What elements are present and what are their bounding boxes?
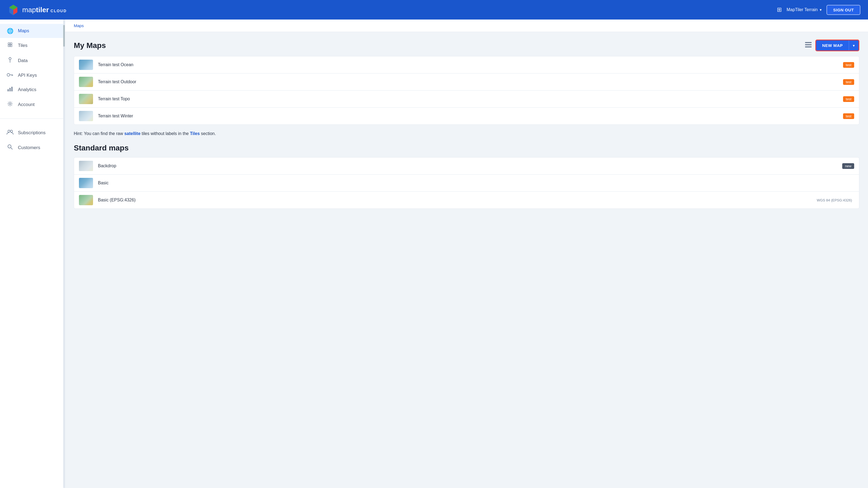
- map-thumb-backdrop: [79, 161, 93, 171]
- hint-prefix: Hint:: [74, 131, 83, 136]
- map-item-terrain-winter[interactable]: Terrain test Winter test: [74, 107, 859, 125]
- analytics-icon: [6, 86, 13, 93]
- map-thumb-topo: [79, 94, 93, 104]
- chevron-down-icon: ▾: [820, 8, 822, 12]
- gear-icon: [6, 101, 13, 108]
- sidebar-label-analytics: Analytics: [18, 87, 36, 93]
- map-item-backdrop[interactable]: Backdrop new: [74, 157, 859, 174]
- sidebar-scrollbar: [63, 20, 65, 488]
- sign-out-button[interactable]: SIGN OUT: [827, 5, 860, 15]
- map-name-terrain-topo: Terrain test Topo: [98, 97, 843, 101]
- globe-icon: 🌐: [6, 28, 13, 34]
- svg-rect-9: [11, 87, 12, 91]
- sidebar-item-analytics[interactable]: Analytics: [0, 82, 65, 97]
- tiles-icon: [6, 42, 13, 49]
- hint-satellite-link[interactable]: satellite: [124, 131, 141, 136]
- account-selector[interactable]: MapTiler Terrain ▾: [786, 7, 822, 12]
- search-icon: [6, 144, 13, 151]
- maptiler-logo: [8, 4, 19, 15]
- sidebar-item-subscriptions[interactable]: Subscriptions: [0, 125, 65, 140]
- map-badge-terrain-topo: test: [843, 96, 854, 102]
- hint-text-after: section.: [201, 131, 216, 136]
- map-name-terrain-winter: Terrain test Winter: [98, 113, 843, 119]
- sidebar-item-maps[interactable]: 🌐 Maps: [0, 24, 65, 38]
- hint-text-middle: tiles without labels in the: [142, 131, 190, 136]
- map-item-terrain-topo[interactable]: Terrain test Topo test: [74, 90, 859, 107]
- account-name: MapTiler Terrain: [786, 7, 818, 12]
- logo-tiler: tiler: [36, 6, 49, 14]
- new-map-button[interactable]: NEW MAP: [816, 40, 849, 51]
- sidebar-label-apikeys: API Keys: [18, 73, 37, 78]
- grid-icon[interactable]: ⊞: [777, 6, 782, 13]
- breadcrumb[interactable]: Maps: [74, 23, 84, 28]
- standard-maps-list: Backdrop new Basic Basic (EPSG:4326) WGS…: [74, 157, 859, 209]
- sidebar-scrollbar-thumb: [63, 25, 65, 46]
- hint-tiles-link[interactable]: Tiles: [190, 131, 199, 136]
- map-thumb-winter: [79, 111, 93, 121]
- map-item-terrain-outdoor[interactable]: Terrain test Outdoor test: [74, 73, 859, 90]
- svg-rect-7: [8, 89, 9, 91]
- svg-point-13: [8, 145, 11, 148]
- standard-maps-title: Standard maps: [74, 144, 859, 152]
- svg-point-12: [10, 130, 12, 132]
- map-thumb-outdoor: [79, 77, 93, 87]
- sidebar-item-tiles[interactable]: Tiles: [0, 38, 65, 53]
- hint-text: Hint: You can find the raw satellite til…: [74, 131, 859, 136]
- sidebar-nav: 🌐 Maps Tiles Data API Keys: [0, 20, 65, 116]
- logo-text: maptiler CLOUD: [22, 6, 67, 14]
- header-right: ⊞ MapTiler Terrain ▾ SIGN OUT: [777, 5, 860, 15]
- map-item-terrain-ocean[interactable]: Terrain test Ocean test: [74, 56, 859, 73]
- layout: 🌐 Maps Tiles Data API Keys: [0, 20, 868, 488]
- svg-point-1: [9, 58, 11, 60]
- sidebar-item-apikeys[interactable]: API Keys: [0, 68, 65, 82]
- map-item-basic-epsg4326[interactable]: Basic (EPSG:4326) WGS 84 (EPSG:4326): [74, 191, 859, 209]
- svg-rect-8: [9, 88, 10, 91]
- map-item-basic[interactable]: Basic: [74, 174, 859, 191]
- sidebar: 🌐 Maps Tiles Data API Keys: [0, 20, 65, 488]
- content-area: My Maps NEW MAP ▾ Terrain test O: [65, 32, 868, 223]
- sidebar-item-account[interactable]: Account: [0, 97, 65, 112]
- map-badge-terrain-ocean: test: [843, 62, 854, 68]
- sidebar-label-data: Data: [18, 58, 28, 63]
- map-thumb-ocean: [79, 60, 93, 70]
- map-name-terrain-outdoor: Terrain test Outdoor: [98, 79, 843, 84]
- my-maps-actions: NEW MAP ▾: [805, 40, 859, 51]
- map-badge-terrain-outdoor: test: [843, 79, 854, 85]
- map-name-backdrop: Backdrop: [98, 163, 842, 168]
- sidebar-item-customers[interactable]: Customers: [0, 140, 65, 155]
- new-map-button-group: NEW MAP ▾: [815, 40, 859, 51]
- svg-point-10: [9, 103, 11, 105]
- map-thumb-basic: [79, 178, 93, 188]
- svg-line-14: [11, 148, 12, 150]
- wgs-label: WGS 84 (EPSG:4326): [817, 198, 854, 202]
- hint-text-before: You can find the raw: [84, 131, 124, 136]
- map-badge-terrain-winter: test: [843, 113, 854, 119]
- svg-rect-17: [805, 46, 812, 47]
- my-maps-header: My Maps NEW MAP ▾: [74, 40, 859, 51]
- main-content: Maps My Maps NEW MAP ▾: [65, 20, 868, 488]
- logo-map: map: [22, 6, 36, 14]
- sidebar-label-subscriptions: Subscriptions: [18, 130, 45, 135]
- my-maps-list: Terrain test Ocean test Terrain test Out…: [74, 56, 859, 125]
- subscriptions-icon: [6, 129, 13, 136]
- svg-point-11: [8, 130, 10, 132]
- data-icon: [6, 57, 13, 65]
- sidebar-label-maps: Maps: [18, 28, 29, 34]
- sidebar-bottom-nav: Subscriptions Customers: [0, 121, 65, 159]
- new-map-dropdown-button[interactable]: ▾: [849, 40, 859, 51]
- map-name-basic-epsg4326: Basic (EPSG:4326): [98, 198, 817, 202]
- map-badge-backdrop: new: [842, 163, 854, 169]
- logo-cloud: CLOUD: [51, 9, 67, 13]
- sidebar-item-data[interactable]: Data: [0, 53, 65, 68]
- svg-rect-15: [805, 42, 812, 43]
- list-view-toggle[interactable]: [805, 42, 812, 50]
- breadcrumb-bar: Maps: [65, 20, 868, 32]
- header: maptiler CLOUD ⊞ MapTiler Terrain ▾ SIGN…: [0, 0, 868, 20]
- sidebar-label-customers: Customers: [18, 145, 40, 151]
- sidebar-divider: [0, 119, 65, 119]
- svg-point-3: [7, 73, 10, 76]
- map-thumb-basic-epsg4326: [79, 195, 93, 205]
- my-maps-title: My Maps: [74, 41, 106, 50]
- map-name-terrain-ocean: Terrain test Ocean: [98, 62, 843, 67]
- sidebar-label-tiles: Tiles: [18, 43, 27, 48]
